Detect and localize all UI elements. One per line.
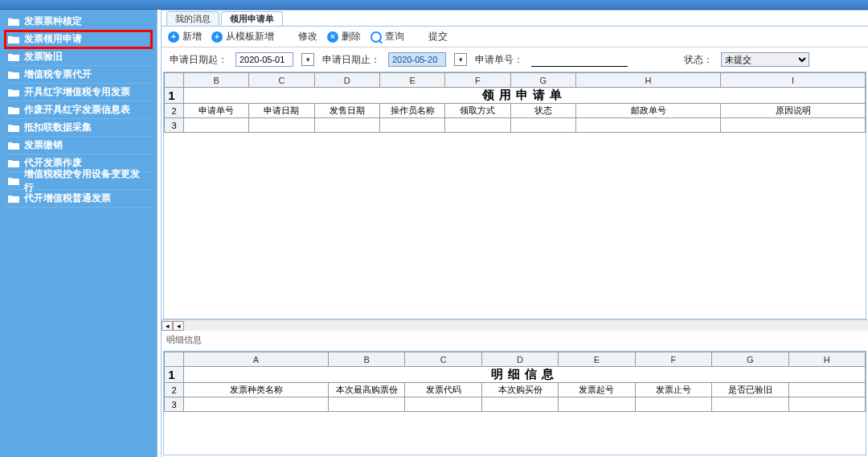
row-header[interactable]: 2 bbox=[165, 383, 184, 397]
sidebar-item-invoice-type-check[interactable]: 发票票种核定 bbox=[5, 13, 152, 31]
sidebar-item-label: 发票缴销 bbox=[24, 138, 63, 152]
folder-icon bbox=[8, 123, 19, 132]
main-panel: 我的消息 领用申请单 +新增 +从模板新增 ✎修改 ×删除 查询 ✉提交 申请日… bbox=[162, 10, 868, 457]
col-header-row: A B C D E F G H bbox=[165, 352, 866, 367]
header-cell: 发票代码 bbox=[405, 383, 481, 397]
submit-button[interactable]: ✉提交 bbox=[414, 30, 448, 43]
tab-my-messages[interactable]: 我的消息 bbox=[166, 11, 219, 26]
calendar-icon[interactable]: ▾ bbox=[454, 53, 467, 66]
delete-icon: × bbox=[327, 31, 338, 43]
row-header[interactable]: 3 bbox=[165, 118, 184, 133]
header-cell: 是否已验旧 bbox=[712, 383, 788, 397]
date-from-input[interactable] bbox=[235, 52, 293, 67]
sidebar-item-label: 发票验旧 bbox=[24, 50, 63, 64]
status-label: 状态： bbox=[684, 53, 713, 67]
filter-bar: 申请日期起： ▾ 申请日期止： ▾ 申请单号： 状态： 未提交 bbox=[162, 47, 868, 72]
header-cell: 原因说明 bbox=[721, 104, 866, 118]
col-header[interactable]: H bbox=[576, 73, 721, 88]
number-label: 申请单号： bbox=[475, 53, 523, 67]
toolbar: +新增 +从模板新增 ✎修改 ×删除 查询 ✉提交 bbox=[162, 27, 868, 47]
header-cell: 申请单号 bbox=[184, 104, 249, 118]
button-label: 修改 bbox=[298, 30, 317, 43]
date-to-input[interactable] bbox=[388, 52, 446, 67]
col-header[interactable]: F bbox=[445, 73, 510, 88]
sidebar-item-vat-special-proxy[interactable]: 增值税专票代开 bbox=[5, 66, 152, 84]
sidebar-item-vat-device-change[interactable]: 增值税税控专用设备变更发行 bbox=[5, 172, 152, 190]
delete-button[interactable]: ×删除 bbox=[327, 30, 361, 43]
date-from-label: 申请日期起： bbox=[170, 53, 227, 67]
number-input[interactable] bbox=[531, 52, 628, 67]
sidebar-item-label: 开具红字增值税专用发票 bbox=[24, 85, 130, 99]
header-cell: 申请日期 bbox=[249, 104, 314, 118]
col-header[interactable]: B bbox=[329, 352, 405, 367]
col-header[interactable]: E bbox=[559, 352, 635, 367]
col-header[interactable]: B bbox=[184, 73, 249, 88]
main-grid-scrollbar[interactable]: ◂ ◂ bbox=[162, 319, 868, 331]
header-cell: 发票起号 bbox=[559, 383, 635, 397]
header-cell: 发票止号 bbox=[635, 383, 711, 397]
sidebar-item-label: 发票票种核定 bbox=[24, 14, 82, 28]
new-button[interactable]: +新增 bbox=[168, 30, 202, 43]
row-header[interactable]: 3 bbox=[165, 397, 184, 412]
header-cell: 操作员名称 bbox=[379, 104, 444, 118]
tab-label: 领用申请单 bbox=[230, 14, 274, 23]
main-grid[interactable]: B C D E F G H I 1 领用申请单 2 申请单号 申请日期 bbox=[163, 72, 866, 319]
col-header[interactable]: D bbox=[481, 352, 558, 367]
sidebar-item-label: 作废开具红字发票信息表 bbox=[24, 103, 130, 117]
window-titlebar bbox=[0, 0, 868, 10]
button-label: 从模板新增 bbox=[226, 30, 274, 43]
col-header[interactable]: E bbox=[379, 73, 444, 88]
folder-icon bbox=[8, 105, 19, 114]
header-cell: 邮政单号 bbox=[576, 104, 721, 118]
col-header[interactable]: C bbox=[249, 73, 314, 88]
header-cell: 状态 bbox=[510, 104, 575, 118]
col-header[interactable]: A bbox=[184, 352, 329, 367]
header-cell: 本次最高购票份 bbox=[329, 383, 405, 397]
table-row[interactable]: 3 bbox=[165, 118, 866, 133]
table-title: 明细信息 bbox=[184, 367, 866, 383]
header-cell: 本次购买份 bbox=[481, 383, 558, 397]
plus-icon: + bbox=[168, 31, 179, 43]
col-header[interactable]: C bbox=[405, 352, 481, 367]
scroll-left-icon[interactable]: ◂ bbox=[173, 321, 184, 331]
sidebar-item-invoice-apply[interactable]: 发票领用申请 bbox=[5, 31, 152, 48]
folder-icon bbox=[8, 194, 19, 203]
new-from-template-button[interactable]: +从模板新增 bbox=[211, 30, 274, 43]
col-header[interactable]: G bbox=[510, 73, 575, 88]
table-row[interactable]: 3 bbox=[165, 397, 866, 412]
sidebar-item-void-red-info[interactable]: 作废开具红字发票信息表 bbox=[5, 101, 152, 119]
sidebar-item-invoice-verify-old[interactable]: 发票验旧 bbox=[5, 48, 152, 66]
col-header[interactable]: D bbox=[314, 73, 379, 88]
sidebar-item-label: 增值税税控专用设备变更发行 bbox=[24, 167, 149, 195]
main-table: B C D E F G H I 1 领用申请单 2 申请单号 申请日期 bbox=[164, 72, 866, 133]
button-label: 新增 bbox=[182, 30, 202, 43]
status-select[interactable]: 未提交 bbox=[721, 52, 809, 67]
plus-icon: + bbox=[211, 31, 223, 43]
row-header[interactable]: 1 bbox=[165, 88, 184, 104]
col-header[interactable]: G bbox=[712, 352, 788, 367]
detail-grid[interactable]: A B C D E F G H 1 明细信息 2 发票种类名称 本次最高购票份 bbox=[163, 351, 866, 455]
sidebar-item-deduction-collect[interactable]: 抵扣联数据采集 bbox=[5, 119, 152, 137]
row-header[interactable]: 2 bbox=[165, 104, 184, 118]
tab-apply-form[interactable]: 领用申请单 bbox=[221, 11, 283, 26]
grid-corner[interactable] bbox=[165, 73, 184, 88]
scroll-left-icon[interactable]: ◂ bbox=[162, 321, 173, 331]
calendar-icon[interactable]: ▾ bbox=[301, 53, 314, 66]
sidebar-item-label: 抵扣联数据采集 bbox=[24, 121, 92, 134]
col-header-row: B C D E F G H I bbox=[165, 73, 866, 88]
col-header[interactable]: H bbox=[788, 352, 865, 367]
sidebar-item-red-invoice-issue[interactable]: 开具红字增值税专用发票 bbox=[5, 84, 152, 101]
edit-button[interactable]: ✎修改 bbox=[284, 30, 317, 43]
header-cell bbox=[788, 383, 865, 397]
grid-corner[interactable] bbox=[165, 352, 184, 367]
col-header[interactable]: F bbox=[635, 352, 711, 367]
button-label: 查询 bbox=[385, 30, 404, 43]
table-title-row: 1 明细信息 bbox=[165, 367, 866, 383]
search-button[interactable]: 查询 bbox=[371, 30, 404, 43]
date-to-label: 申请日期止： bbox=[322, 53, 380, 67]
sidebar-item-invoice-cancel[interactable]: 发票缴销 bbox=[5, 137, 152, 154]
col-header[interactable]: I bbox=[721, 73, 866, 88]
header-cell: 领取方式 bbox=[445, 104, 510, 118]
search-icon bbox=[371, 31, 382, 43]
row-header[interactable]: 1 bbox=[165, 367, 184, 383]
